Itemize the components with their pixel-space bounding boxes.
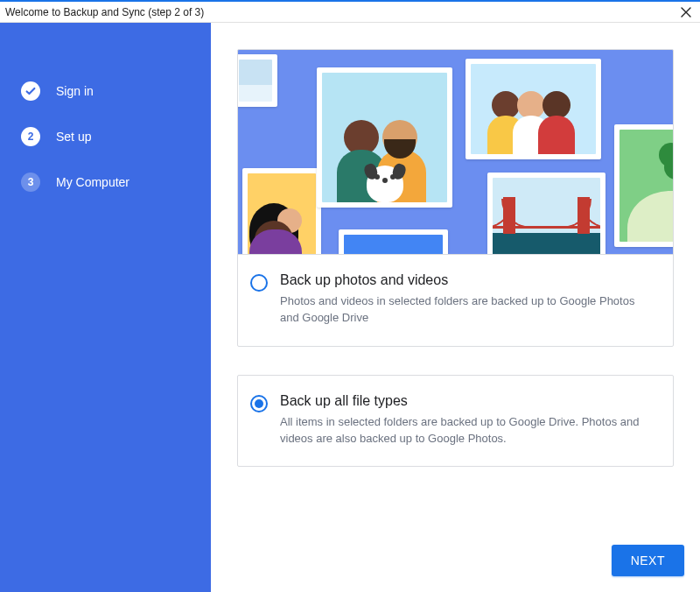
option-text: Back up photos and videos Photos and vid… <box>280 272 655 327</box>
titlebar: Welcome to Backup and Sync (step 2 of 3) <box>0 2 700 23</box>
step-number-badge: 3 <box>21 173 40 192</box>
option-title: Back up photos and videos <box>280 272 655 288</box>
close-icon <box>681 7 691 18</box>
step-my-computer[interactable]: 3 My Computer <box>0 159 211 205</box>
window-title: Welcome to Backup and Sync (step 2 of 3) <box>5 6 677 18</box>
next-button[interactable]: NEXT <box>612 545 684 576</box>
option-description: All items in selected folders are backed… <box>280 414 655 448</box>
step-label: Sign in <box>56 84 94 98</box>
photo-frame <box>614 124 674 247</box>
photo-frame <box>237 54 277 107</box>
footer: NEXT <box>211 531 700 592</box>
step-number-badge: 2 <box>21 127 40 146</box>
step-done-icon <box>21 81 40 101</box>
window-body: Sign in 2 Set up 3 My Computer <box>0 23 700 592</box>
option-text: Back up all file types All items in sele… <box>280 393 655 448</box>
option-backup-photos[interactable]: Back up photos and videos Photos and vid… <box>237 254 674 347</box>
check-icon <box>24 85 37 97</box>
close-button[interactable] <box>677 4 695 21</box>
radio-dot-icon <box>255 399 263 408</box>
option-title: Back up all file types <box>280 393 655 409</box>
app-window: Welcome to Backup and Sync (step 2 of 3)… <box>0 0 700 592</box>
hero-illustration <box>237 49 674 255</box>
photo-frame <box>466 59 601 159</box>
photo-frame <box>487 173 606 255</box>
photo-frame <box>317 67 452 208</box>
step-set-up[interactable]: 2 Set up <box>0 114 211 159</box>
option-description: Photos and videos in selected folders ar… <box>280 293 655 327</box>
step-label: Set up <box>56 130 91 144</box>
photo-frame <box>242 168 321 255</box>
radio-unselected[interactable] <box>250 274 268 292</box>
main-content: Back up photos and videos Photos and vid… <box>211 23 700 592</box>
radio-selected[interactable] <box>250 395 268 412</box>
option-backup-all[interactable]: Back up all file types All items in sele… <box>237 375 674 468</box>
sidebar: Sign in 2 Set up 3 My Computer <box>0 23 211 592</box>
step-sign-in[interactable]: Sign in <box>0 68 211 114</box>
step-label: My Computer <box>56 175 130 189</box>
photo-frame <box>339 229 448 255</box>
